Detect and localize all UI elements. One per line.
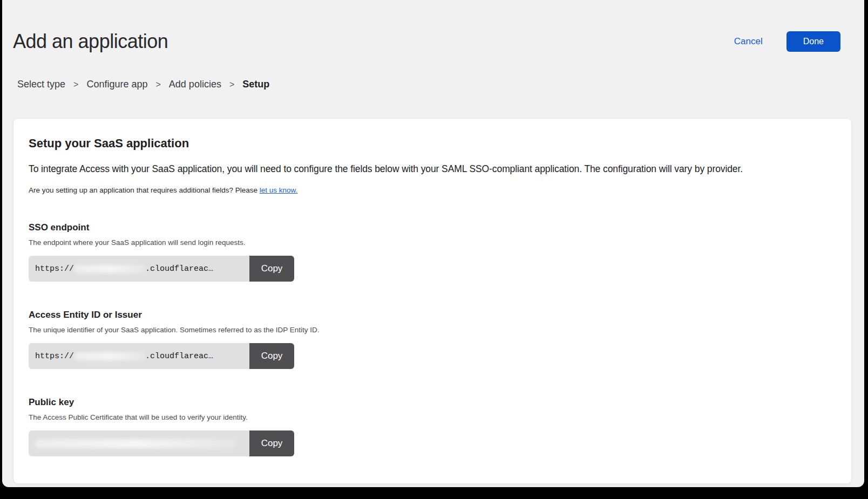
breadcrumb-step-add-policies[interactable]: Add policies (169, 79, 221, 90)
public-key-value (29, 430, 249, 456)
entity-id-value: https:// .cloudflareac… (29, 343, 249, 369)
breadcrumb-step-configure-app[interactable]: Configure app (86, 79, 147, 90)
public-key-section: Public key The Access Public Certificate… (29, 397, 836, 456)
breadcrumb-separator: > (73, 80, 78, 90)
entity-id-description: The unique identifier of your SaaS appli… (29, 326, 836, 334)
page-header: Add an application Cancel Done (13, 30, 840, 53)
done-button[interactable]: Done (786, 31, 840, 52)
sso-endpoint-field: https:// .cloudflareac… Copy (29, 256, 294, 282)
sso-endpoint-value: https:// .cloudflareac… (29, 256, 249, 282)
card-intro-text: To integrate Access with your SaaS appli… (29, 163, 836, 175)
entity-id-label: Access Entity ID or Issuer (29, 310, 836, 320)
redacted-value (74, 265, 145, 273)
entity-id-copy-button[interactable]: Copy (249, 343, 294, 369)
let-us-know-link[interactable]: let us know. (260, 186, 298, 194)
sso-endpoint-section: SSO endpoint The endpoint where your Saa… (29, 222, 836, 282)
value-suffix: .cloudflareac… (145, 352, 213, 361)
breadcrumb-step-select-type[interactable]: Select type (17, 79, 65, 90)
breadcrumb-separator: > (229, 80, 234, 90)
app-window: Add an application Cancel Done Select ty… (2, 0, 864, 487)
value-prefix: https:// (35, 264, 74, 274)
card-note: Are you setting up an application that r… (29, 186, 836, 194)
breadcrumb-separator: > (156, 80, 161, 90)
value-suffix: .cloudflareac… (145, 264, 213, 274)
redacted-value (35, 439, 236, 448)
breadcrumb-step-setup: Setup (242, 79, 269, 90)
public-key-copy-button[interactable]: Copy (249, 430, 294, 456)
sso-endpoint-description: The endpoint where your SaaS application… (29, 238, 836, 247)
entity-id-section: Access Entity ID or Issuer The unique id… (29, 310, 836, 369)
page-title: Add an application (13, 30, 168, 53)
public-key-field: Copy (29, 430, 294, 456)
sso-endpoint-label: SSO endpoint (29, 222, 836, 233)
entity-id-field: https:// .cloudflareac… Copy (29, 343, 294, 369)
header-actions: Cancel Done (734, 31, 840, 52)
value-prefix: https:// (35, 352, 74, 361)
card-note-text: Are you setting up an application that r… (29, 186, 260, 194)
redacted-value (74, 352, 145, 360)
card-title: Setup your SaaS application (29, 136, 836, 151)
sso-endpoint-copy-button[interactable]: Copy (249, 256, 294, 282)
public-key-description: The Access Public Certificate that will … (29, 413, 836, 421)
setup-card: Setup your SaaS application To integrate… (13, 118, 852, 484)
public-key-label: Public key (29, 397, 836, 408)
cancel-button[interactable]: Cancel (734, 36, 763, 47)
breadcrumb: Select type > Configure app > Add polici… (17, 79, 864, 90)
